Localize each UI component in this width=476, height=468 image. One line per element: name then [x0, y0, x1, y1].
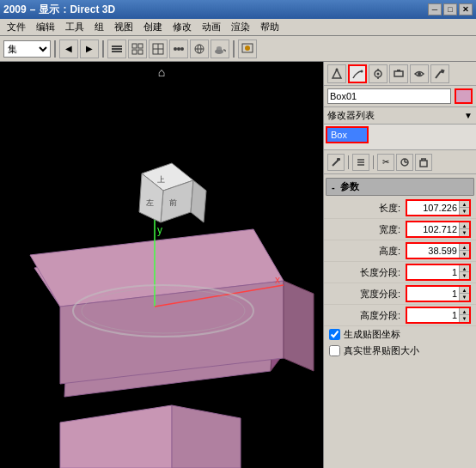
param-input-width-wrap: ▲ ▼	[406, 221, 471, 238]
svg-text:上: 上	[157, 175, 165, 184]
stack-display-button[interactable]	[352, 154, 369, 171]
svg-rect-6	[138, 50, 143, 54]
modifier-list-header: 修改器列表 ▼	[324, 107, 476, 125]
modifier-box-item[interactable]: Box	[326, 126, 369, 143]
scene-svg: y x 上 前 左	[0, 62, 323, 468]
toolbar-sep-1	[54, 40, 56, 58]
display-tab-button[interactable]	[410, 64, 429, 83]
param-spinner-height-segs: ▲ ▼	[459, 308, 469, 322]
object-color-swatch[interactable]	[455, 88, 473, 104]
render-button[interactable]	[238, 40, 257, 58]
toolbar2-sep2	[373, 155, 374, 169]
params-header: - 参数	[326, 178, 474, 196]
menu-item-render[interactable]: 渲染	[226, 19, 255, 35]
grid-button[interactable]	[128, 40, 147, 58]
svg-point-18	[217, 46, 222, 50]
object-name-input[interactable]	[327, 88, 451, 104]
menu-item-group[interactable]: 组	[89, 19, 109, 35]
param-input-length[interactable]	[407, 201, 459, 215]
param-spin-up-width-segs[interactable]: ▲	[460, 287, 469, 294]
param-input-height[interactable]	[407, 244, 459, 258]
param-input-height-segs-wrap: ▲ ▼	[406, 307, 471, 324]
param-input-width[interactable]	[407, 222, 459, 236]
main-toolbar: 集 ◀ ▶	[0, 36, 476, 62]
modifier-list: Box	[324, 125, 476, 150]
real-world-map-checkbox[interactable]	[329, 345, 340, 356]
create-tab-button[interactable]	[327, 64, 346, 83]
maximize-button[interactable]: □	[443, 3, 457, 15]
param-spin-down-width-segs[interactable]: ▼	[460, 294, 469, 301]
menu-item-tools[interactable]: 工具	[60, 19, 89, 35]
param-label-height-segs: 高度分段:	[329, 309, 406, 322]
toolbar-sep-3	[233, 40, 235, 58]
svg-point-42	[336, 68, 339, 70]
svg-marker-40	[60, 405, 172, 468]
teapot-button[interactable]	[211, 40, 229, 58]
svg-text:前: 前	[169, 198, 177, 207]
menu-item-edit[interactable]: 编辑	[31, 19, 60, 35]
toolbar-sep-2	[102, 40, 104, 58]
generate-uvw-checkbox[interactable]	[329, 329, 340, 340]
param-spin-up-length-segs[interactable]: ▲	[460, 265, 469, 272]
param-input-height-segs[interactable]	[407, 308, 459, 322]
modify-tab-button[interactable]	[348, 64, 367, 83]
dots-button[interactable]	[169, 40, 188, 58]
param-spin-down-height[interactable]: ▼	[460, 251, 469, 258]
param-spin-up-height-segs[interactable]: ▲	[460, 308, 469, 315]
menu-item-animation[interactable]: 动画	[197, 19, 226, 35]
title-colon: :	[63, 3, 66, 15]
param-spin-down-length-segs[interactable]: ▼	[460, 272, 469, 279]
param-row-width-segs: 宽度分段: ▲ ▼	[324, 283, 476, 305]
scene-button[interactable]	[149, 40, 168, 58]
param-input-length-segs[interactable]	[407, 265, 459, 279]
param-spin-up-length[interactable]: ▲	[460, 201, 469, 208]
param-input-length-wrap: ▲ ▼	[406, 199, 471, 216]
close-button[interactable]: ✕	[459, 3, 473, 15]
svg-rect-49	[397, 70, 400, 71]
modifier-list-arrow[interactable]: ▼	[464, 111, 473, 120]
next-button[interactable]: ▶	[80, 40, 99, 58]
utilities-tab-button[interactable]	[430, 64, 449, 83]
cut-button[interactable]: ✂	[377, 154, 394, 171]
param-row-width: 宽度: ▲ ▼	[324, 219, 476, 240]
param-spin-down-width[interactable]: ▼	[460, 229, 469, 236]
checkbox-row-uvw: 生成贴图坐标	[324, 326, 476, 343]
delete-modifier-button[interactable]	[415, 154, 432, 171]
menu-item-create[interactable]: 创建	[138, 19, 168, 35]
motion-tab-button[interactable]	[389, 64, 408, 83]
param-spin-up-height[interactable]: ▲	[460, 244, 469, 251]
param-spin-down-height-segs[interactable]: ▼	[460, 315, 469, 322]
menu-item-help[interactable]: 帮助	[255, 19, 284, 35]
svg-rect-2	[112, 51, 122, 52]
menu-item-modify[interactable]: 修改	[168, 19, 197, 35]
param-spin-up-width[interactable]: ▲	[460, 222, 469, 229]
svg-text:左: 左	[146, 198, 154, 207]
svg-text:x: x	[275, 274, 280, 286]
object-button[interactable]	[190, 40, 209, 58]
prev-button[interactable]: ◀	[59, 40, 78, 58]
param-spinner-length: ▲ ▼	[459, 201, 469, 215]
params-collapse-button[interactable]: -	[332, 182, 335, 192]
title-separator: –	[30, 3, 36, 15]
title-text: 2009 – 显示 : Direct 3D	[3, 3, 115, 17]
svg-rect-52	[440, 69, 444, 73]
paste-button[interactable]	[396, 154, 413, 171]
pin-stack-button[interactable]	[327, 154, 345, 171]
param-spinner-length-segs: ▲ ▼	[459, 265, 469, 279]
hierarchy-tab-button[interactable]	[369, 64, 388, 83]
svg-point-10	[174, 47, 177, 51]
title-year: 2009	[3, 3, 27, 15]
param-row-length: 长度: ▲ ▼	[324, 198, 476, 219]
title-bar: 2009 – 显示 : Direct 3D ─ □ ✕	[0, 0, 476, 19]
svg-marker-26	[284, 281, 314, 371]
viewport[interactable]: ⌂ y x	[0, 62, 323, 468]
menu-item-file[interactable]: 文件	[2, 19, 31, 35]
layers-button[interactable]	[107, 40, 126, 58]
minimize-button[interactable]: ─	[428, 3, 442, 15]
menu-item-view[interactable]: 视图	[109, 19, 138, 35]
param-spin-down-length[interactable]: ▼	[460, 208, 469, 215]
svg-marker-41	[172, 405, 241, 468]
selection-set-dropdown[interactable]: 集	[3, 40, 51, 58]
param-input-width-segs[interactable]	[407, 287, 459, 301]
title-menu: 显示	[39, 3, 59, 17]
